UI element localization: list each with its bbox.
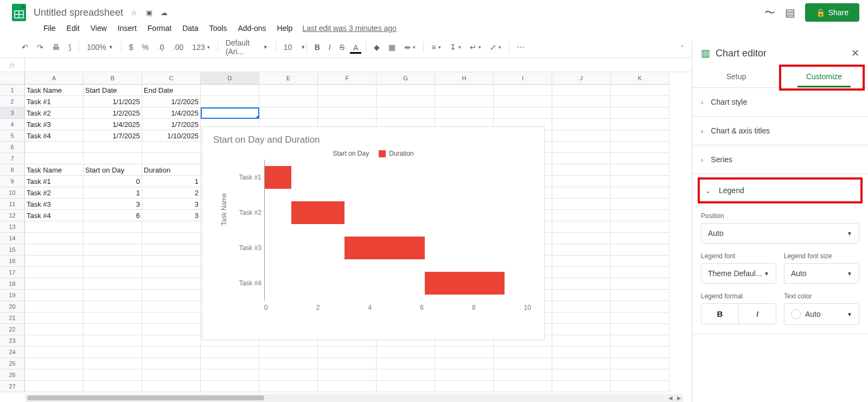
cell-J5[interactable] xyxy=(552,130,611,142)
cell-G27[interactable] xyxy=(376,381,435,392)
cell-I1[interactable] xyxy=(494,85,552,96)
row-header-22[interactable]: 22 xyxy=(0,324,25,335)
cell-B7[interactable] xyxy=(84,153,142,164)
cell-B19[interactable] xyxy=(84,290,142,301)
cell-I24[interactable] xyxy=(494,347,552,358)
text-color-icon[interactable]: A xyxy=(350,41,361,54)
cell-C25[interactable] xyxy=(142,358,201,369)
cell-A19[interactable] xyxy=(25,290,84,301)
row-header-1[interactable]: 1 xyxy=(0,85,25,96)
row-header-27[interactable]: 27 xyxy=(0,381,25,392)
cell-C4[interactable]: 1/7/2025 xyxy=(142,119,201,130)
cell-B8[interactable]: Start on Day xyxy=(84,164,142,176)
cell-B20[interactable] xyxy=(84,301,142,312)
cell-K18[interactable] xyxy=(611,278,669,290)
cell-C11[interactable]: 3 xyxy=(142,199,201,210)
cell-A27[interactable] xyxy=(25,381,84,392)
cell-J26[interactable] xyxy=(552,369,611,381)
cell-B27[interactable] xyxy=(84,381,142,392)
row-header-12[interactable]: 12 xyxy=(0,210,25,221)
row-header-19[interactable]: 19 xyxy=(0,290,25,301)
cell-K27[interactable] xyxy=(611,381,669,392)
cell-J22[interactable] xyxy=(552,324,611,335)
cell-J21[interactable] xyxy=(552,312,611,324)
cell-K20[interactable] xyxy=(611,301,669,312)
zoom-select[interactable]: 100%▼ xyxy=(84,41,117,54)
cell-C14[interactable] xyxy=(142,233,201,244)
position-select[interactable]: Auto▼ xyxy=(701,223,859,244)
tab-setup[interactable]: Setup xyxy=(692,66,780,87)
cell-B1[interactable]: Start Date xyxy=(84,85,142,96)
row-header-11[interactable]: 11 xyxy=(0,199,25,210)
row-header-10[interactable]: 10 xyxy=(0,187,25,199)
move-icon[interactable]: ▣ xyxy=(146,9,152,17)
section-series[interactable]: ›Series xyxy=(692,145,868,174)
cell-K24[interactable] xyxy=(611,347,669,358)
currency-icon[interactable]: $ xyxy=(126,41,137,54)
cell-A25[interactable] xyxy=(25,358,84,369)
cell-J20[interactable] xyxy=(552,301,611,312)
cell-J8[interactable] xyxy=(552,164,611,176)
cell-B23[interactable] xyxy=(84,335,142,347)
col-header-F[interactable]: F xyxy=(318,72,376,85)
cell-F27[interactable] xyxy=(318,381,376,392)
row-header-8[interactable]: 8 xyxy=(0,164,25,176)
undo-icon[interactable]: ↶ xyxy=(18,41,31,54)
cell-H3[interactable] xyxy=(435,107,494,119)
cell-C2[interactable]: 1/2/2025 xyxy=(142,96,201,107)
cell-C20[interactable] xyxy=(142,301,201,312)
row-header-23[interactable]: 23 xyxy=(0,335,25,347)
cell-A24[interactable] xyxy=(25,347,84,358)
cell-B25[interactable] xyxy=(84,358,142,369)
print-icon[interactable]: 🖶 xyxy=(49,41,63,54)
cell-C19[interactable] xyxy=(142,290,201,301)
cell-E1[interactable] xyxy=(259,85,318,96)
cell-K16[interactable] xyxy=(611,256,669,267)
dec-increase-icon[interactable]: .00 xyxy=(170,41,187,54)
cell-A2[interactable]: Task #1 xyxy=(25,96,84,107)
cell-J12[interactable] xyxy=(552,210,611,221)
cell-E3[interactable] xyxy=(259,107,318,119)
cell-K17[interactable] xyxy=(611,267,669,278)
cell-A3[interactable]: Task #2 xyxy=(25,107,84,119)
cell-K25[interactable] xyxy=(611,358,669,369)
cell-A20[interactable] xyxy=(25,301,84,312)
section-chart-axis[interactable]: ›Chart & axis titles xyxy=(692,117,868,145)
row-header-3[interactable]: 3 xyxy=(0,107,25,119)
menu-format[interactable]: Format xyxy=(143,22,176,35)
cell-K5[interactable] xyxy=(611,130,669,142)
cell-C27[interactable] xyxy=(142,381,201,392)
valign-icon[interactable]: ↧▾ xyxy=(446,41,464,54)
cell-B24[interactable] xyxy=(84,347,142,358)
cell-C26[interactable] xyxy=(142,369,201,381)
row-header-24[interactable]: 24 xyxy=(0,347,25,358)
cell-A23[interactable] xyxy=(25,335,84,347)
cell-J3[interactable] xyxy=(552,107,611,119)
cell-K19[interactable] xyxy=(611,290,669,301)
cell-B9[interactable]: 0 xyxy=(84,176,142,187)
strike-icon[interactable]: S xyxy=(336,41,348,54)
cell-H27[interactable] xyxy=(435,381,494,392)
rotate-icon[interactable]: ⤢▾ xyxy=(487,41,505,54)
cell-B18[interactable] xyxy=(84,278,142,290)
cell-J9[interactable] xyxy=(552,176,611,187)
cell-A22[interactable] xyxy=(25,324,84,335)
cell-K26[interactable] xyxy=(611,369,669,381)
cell-K12[interactable] xyxy=(611,210,669,221)
menu-edit[interactable]: Edit xyxy=(62,22,84,35)
row-header-26[interactable]: 26 xyxy=(0,369,25,381)
cell-G3[interactable] xyxy=(376,107,435,119)
cell-B12[interactable]: 6 xyxy=(84,210,142,221)
legend-bold-button[interactable]: B xyxy=(701,304,739,324)
cell-A21[interactable] xyxy=(25,312,84,324)
percent-icon[interactable]: % xyxy=(139,41,152,54)
cell-J24[interactable] xyxy=(552,347,611,358)
font-size-select[interactable]: 10▼ xyxy=(280,41,302,54)
row-header-5[interactable]: 5 xyxy=(0,130,25,142)
cell-A12[interactable]: Task #4 xyxy=(25,210,84,221)
cell-F24[interactable] xyxy=(318,347,376,358)
cell-C16[interactable] xyxy=(142,256,201,267)
cell-I25[interactable] xyxy=(494,358,552,369)
cell-K3[interactable] xyxy=(611,107,669,119)
more-icon[interactable]: ⋯ xyxy=(514,41,528,54)
